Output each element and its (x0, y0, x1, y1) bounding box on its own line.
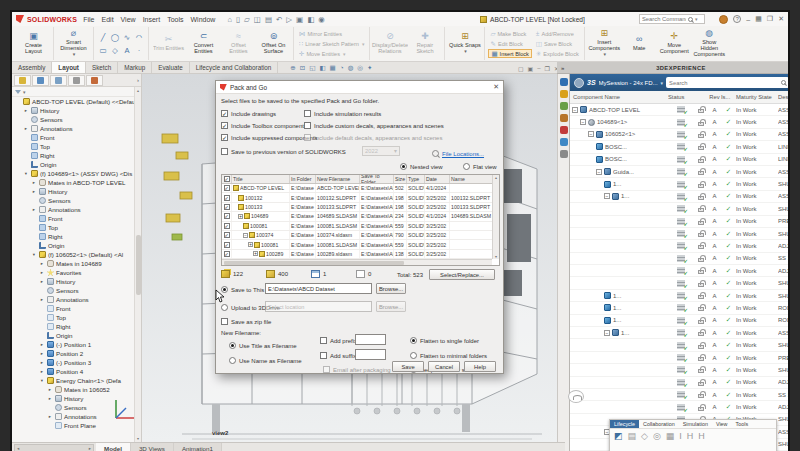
flatten-minimal-radio[interactable]: Flatten to minimal folders (410, 352, 487, 359)
routes-icon[interactable]: Η (698, 431, 705, 441)
component-row[interactable]: BOSC... A In Work LINEAR SLI (570, 141, 790, 153)
view-orientation-icon[interactable]: ▦ (330, 64, 336, 72)
show-hidden-components-button[interactable]: ◍Show Hidden Components (693, 29, 726, 57)
expand-arrow-icon[interactable] (39, 351, 45, 356)
insert-icon[interactable]: I (679, 431, 682, 441)
scroll-left-icon[interactable]: ◂ (17, 446, 19, 451)
convert-entities-button[interactable]: ⊂Convert Entities (187, 32, 220, 55)
appearances-icon[interactable]: ◎ (357, 64, 363, 72)
checkbox-icon[interactable] (320, 337, 327, 344)
explode-block-button[interactable]: ✳Explode Block (534, 49, 581, 58)
design-library-icon[interactable] (560, 102, 568, 110)
col-component-name[interactable]: Component Name (570, 94, 668, 100)
command-tab[interactable]: Layout (52, 62, 86, 73)
nested-view-radio[interactable]: Nested view (400, 163, 443, 170)
collapse-box-icon[interactable] (604, 330, 610, 336)
radio-icon[interactable] (410, 337, 417, 344)
mate-button[interactable]: ∞Mate (623, 35, 656, 52)
feature-tree-item[interactable]: Origin (12, 160, 141, 169)
file-row[interactable]: 100289 E:\Datase 100289.sldasm E:\Datase… (222, 250, 499, 259)
close-button[interactable]: ✕ (778, 15, 784, 23)
checkbox-icon[interactable] (320, 352, 327, 359)
home-icon[interactable]: ⌂ (227, 15, 232, 24)
component-row[interactable]: A In Work PRECISION (570, 216, 790, 228)
select-replace-button[interactable]: Select/Replace... (429, 269, 495, 280)
feature-tree-item[interactable]: History (12, 277, 141, 286)
collapse-box-icon[interactable] (604, 193, 610, 199)
display-style-icon[interactable]: ◔ (340, 64, 344, 71)
checkbox-icon[interactable] (221, 122, 228, 129)
menu-item[interactable]: Tools (164, 16, 186, 23)
feature-tree-item[interactable]: Origin (12, 331, 141, 340)
save-icon[interactable]: ◫ (254, 15, 261, 24)
collapse-box-icon[interactable] (596, 169, 602, 175)
sketch-entity-icon[interactable]: ◠ (133, 33, 145, 42)
feature-tree-item[interactable]: Sensors (12, 115, 141, 124)
propertymanager-tab-icon[interactable] (32, 75, 49, 86)
feature-tree-item[interactable]: Right (12, 322, 141, 331)
expand-arrow-icon[interactable] (23, 108, 29, 113)
file-row[interactable]: 100132 E:\Datase 100132.SLDPRT E:\Datase… (222, 193, 499, 202)
radio-icon[interactable] (229, 357, 236, 364)
expand-arrow-icon[interactable] (23, 171, 29, 176)
quick-snaps-button[interactable]: ⊞Quick Snaps (448, 32, 481, 55)
component-row[interactable]: 1... A In Work ROD PUSHI (570, 315, 790, 327)
toolbar-tab[interactable]: Simulation (679, 420, 712, 428)
component-row[interactable]: A In Work SHUTTLE P (570, 203, 790, 215)
feature-tree-item[interactable]: Front (12, 214, 141, 223)
feature-tree-item[interactable]: Mates in ABCD-TOP LEVEL (12, 178, 141, 187)
move-entities-button[interactable]: ✛Move Entities (297, 49, 366, 58)
scroll-thumb[interactable] (136, 235, 141, 295)
component-row[interactable]: A In Work SHUTTLE P (570, 228, 790, 240)
collapse-box-icon[interactable] (580, 119, 586, 125)
add-remove-button[interactable]: ±Add/Remove (534, 29, 581, 38)
bom-icon[interactable]: ▤ (628, 431, 637, 441)
tabs-scrollbar[interactable]: ◂▸ (14, 444, 94, 451)
repair-sketch-button[interactable]: ✚Repair Sketch (408, 32, 441, 55)
feature-tree-item[interactable]: Mates in 104689 (12, 259, 141, 268)
menu-item[interactable]: File (80, 16, 97, 23)
component-row[interactable]: 104689<1> A In Work ASSEMBLY (570, 116, 790, 128)
col-save-to-folder[interactable]: Save To Folder (360, 175, 394, 183)
move-component-button[interactable]: ✛Move Component (658, 32, 691, 55)
radio-icon[interactable] (400, 163, 407, 170)
feature-tree-item[interactable]: Sensors (12, 286, 141, 295)
col-maturity[interactable]: Maturity State (736, 94, 778, 100)
feature-tree-item[interactable]: Right (12, 151, 141, 160)
file-row[interactable]: ABCD-TOP LEVEL E:\Datase ABCD-TOP LEVEL.… (222, 184, 499, 193)
component-row[interactable]: A In Work ADJUSTING (570, 401, 790, 413)
select-all-checkbox[interactable] (224, 176, 230, 182)
hide-show-icon[interactable]: ◍ (348, 64, 354, 72)
menu-item[interactable]: View (118, 16, 139, 23)
row-expand-icon[interactable] (253, 251, 258, 256)
dialog-close-icon[interactable]: ✕ (493, 83, 499, 91)
section-view-icon[interactable]: ◧ (319, 64, 325, 72)
make-block-button[interactable]: ▱Make Block (488, 29, 531, 38)
row-expand-icon[interactable] (238, 214, 243, 219)
document-tab[interactable]: 3D Views (131, 443, 174, 451)
tree-scrollbar[interactable]: ▴▾ (134, 87, 141, 442)
sketch-entity-icon[interactable]: ▭ (97, 46, 109, 55)
help-icon[interactable]: ◉ (318, 15, 325, 24)
trim-entities-button[interactable]: ✂Trim Entities (152, 35, 185, 52)
checkbox-icon[interactable] (221, 134, 228, 141)
file-row[interactable]: 100133 E:\Datase 100133.SLDPRT E:\Datase… (222, 203, 499, 212)
feature-tree-item[interactable]: (f) 106052<1> (Default) <Al (12, 250, 141, 259)
browse-button[interactable]: Browse... (376, 283, 406, 294)
table-hscrollbar[interactable] (222, 259, 492, 265)
include-custom-decals-checkbox[interactable]: Include custom decals, appearances and s… (304, 122, 444, 129)
col-is[interactable]: Is... (721, 94, 736, 100)
save-zip-checkbox[interactable]: Save as zip file (221, 318, 271, 325)
scroll-down-icon[interactable]: ▾ (137, 436, 139, 441)
previous-view-icon[interactable]: ◱ (309, 64, 315, 72)
component-row[interactable]: A In Work SHUTTLE P (570, 364, 790, 376)
component-row[interactable]: 1... A In Work ROD PUSHI (570, 302, 790, 314)
component-row[interactable]: 1... A In Work SHUTTLE C (570, 178, 790, 190)
compare-icon[interactable]: ◎ (653, 431, 661, 441)
col-rev[interactable]: Rev (708, 94, 721, 100)
use-name-radio[interactable]: Use Name as Filename (229, 357, 302, 364)
panes-icon[interactable]: ◧ (307, 15, 314, 24)
sketch-entity-icon[interactable]: ∿ (121, 33, 133, 42)
expand-arrow-icon[interactable] (39, 279, 45, 284)
component-row[interactable]: A In Work SHUTTLE P (570, 339, 790, 351)
